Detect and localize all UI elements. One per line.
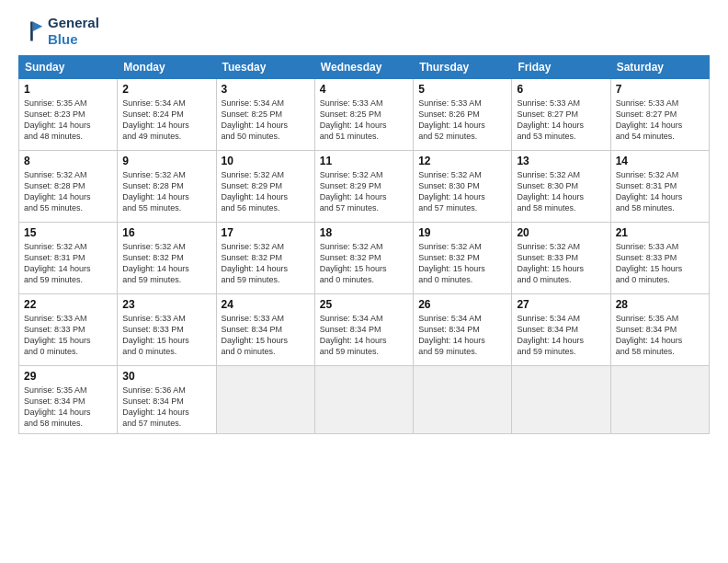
day-info: Sunrise: 5:33 AM Sunset: 8:33 PM Dayligh… [616, 241, 704, 286]
day-info: Sunrise: 5:33 AM Sunset: 8:34 PM Dayligh… [222, 313, 310, 358]
day-cell-9: 9Sunrise: 5:32 AM Sunset: 8:28 PM Daylig… [118, 151, 216, 223]
week-row-4: 22Sunrise: 5:33 AM Sunset: 8:33 PM Dayli… [19, 294, 710, 366]
day-cell-12: 12Sunrise: 5:32 AM Sunset: 8:30 PM Dayli… [414, 151, 512, 223]
calendar-table: SundayMondayTuesdayWednesdayThursdayFrid… [18, 55, 710, 434]
day-info: Sunrise: 5:33 AM Sunset: 8:33 PM Dayligh… [24, 313, 112, 358]
day-number: 14 [616, 155, 704, 167]
day-cell-3: 3Sunrise: 5:34 AM Sunset: 8:25 PM Daylig… [216, 79, 314, 151]
day-cell-6: 6Sunrise: 5:33 AM Sunset: 8:27 PM Daylig… [512, 79, 610, 151]
day-info: Sunrise: 5:34 AM Sunset: 8:25 PM Dayligh… [222, 98, 310, 143]
day-info: Sunrise: 5:32 AM Sunset: 8:29 PM Dayligh… [222, 169, 310, 214]
day-info: Sunrise: 5:32 AM Sunset: 8:32 PM Dayligh… [320, 241, 408, 286]
day-number: 1 [24, 83, 112, 96]
day-cell-16: 16Sunrise: 5:32 AM Sunset: 8:32 PM Dayli… [118, 223, 216, 294]
day-cell-24: 24Sunrise: 5:33 AM Sunset: 8:34 PM Dayli… [216, 294, 314, 366]
day-number: 11 [320, 155, 408, 167]
day-number: 20 [517, 226, 605, 239]
day-cell-25: 25Sunrise: 5:34 AM Sunset: 8:34 PM Dayli… [314, 294, 413, 366]
day-cell-7: 7Sunrise: 5:33 AM Sunset: 8:27 PM Daylig… [610, 79, 709, 151]
day-info: Sunrise: 5:35 AM Sunset: 8:23 PM Dayligh… [24, 98, 112, 143]
day-number: 24 [222, 298, 310, 311]
day-cell-21: 21Sunrise: 5:33 AM Sunset: 8:33 PM Dayli… [610, 223, 709, 294]
day-info: Sunrise: 5:33 AM Sunset: 8:27 PM Dayligh… [616, 98, 704, 143]
day-info: Sunrise: 5:32 AM Sunset: 8:29 PM Dayligh… [320, 169, 408, 214]
day-cell-2: 2Sunrise: 5:34 AM Sunset: 8:24 PM Daylig… [118, 79, 216, 151]
day-cell-28: 28Sunrise: 5:35 AM Sunset: 8:34 PM Dayli… [610, 294, 709, 366]
day-number: 25 [320, 298, 408, 311]
day-cell-14: 14Sunrise: 5:32 AM Sunset: 8:31 PM Dayli… [610, 151, 709, 223]
empty-cell [414, 366, 512, 434]
col-header-friday: Friday [512, 56, 610, 79]
col-header-saturday: Saturday [610, 56, 709, 79]
day-number: 7 [616, 83, 704, 96]
day-info: Sunrise: 5:32 AM Sunset: 8:30 PM Dayligh… [517, 169, 605, 214]
day-number: 15 [24, 226, 112, 239]
col-header-thursday: Thursday [414, 56, 512, 79]
day-cell-26: 26Sunrise: 5:34 AM Sunset: 8:34 PM Dayli… [414, 294, 512, 366]
day-info: Sunrise: 5:33 AM Sunset: 8:33 PM Dayligh… [122, 313, 210, 358]
page: General Blue SundayMondayTuesdayWednesda… [0, 0, 728, 563]
empty-cell [216, 366, 314, 434]
day-cell-23: 23Sunrise: 5:33 AM Sunset: 8:33 PM Dayli… [118, 294, 216, 366]
day-cell-19: 19Sunrise: 5:32 AM Sunset: 8:32 PM Dayli… [414, 223, 512, 294]
col-header-wednesday: Wednesday [314, 56, 413, 79]
empty-cell [610, 366, 709, 434]
week-row-1: 1Sunrise: 5:35 AM Sunset: 8:23 PM Daylig… [19, 79, 710, 151]
day-info: Sunrise: 5:36 AM Sunset: 8:34 PM Dayligh… [122, 385, 210, 430]
day-info: Sunrise: 5:35 AM Sunset: 8:34 PM Dayligh… [24, 385, 112, 430]
day-info: Sunrise: 5:34 AM Sunset: 8:34 PM Dayligh… [418, 313, 506, 358]
day-number: 28 [616, 298, 704, 311]
day-info: Sunrise: 5:34 AM Sunset: 8:34 PM Dayligh… [320, 313, 408, 358]
day-info: Sunrise: 5:32 AM Sunset: 8:32 PM Dayligh… [222, 241, 310, 286]
day-info: Sunrise: 5:32 AM Sunset: 8:32 PM Dayligh… [122, 241, 210, 286]
day-cell-1: 1Sunrise: 5:35 AM Sunset: 8:23 PM Daylig… [19, 79, 118, 151]
day-info: Sunrise: 5:33 AM Sunset: 8:26 PM Dayligh… [418, 98, 506, 143]
day-cell-18: 18Sunrise: 5:32 AM Sunset: 8:32 PM Dayli… [314, 223, 413, 294]
empty-cell [512, 366, 610, 434]
day-cell-8: 8Sunrise: 5:32 AM Sunset: 8:28 PM Daylig… [19, 151, 118, 223]
day-cell-4: 4Sunrise: 5:33 AM Sunset: 8:25 PM Daylig… [314, 79, 413, 151]
day-cell-13: 13Sunrise: 5:32 AM Sunset: 8:30 PM Dayli… [512, 151, 610, 223]
svg-rect-2 [30, 22, 33, 41]
day-number: 18 [320, 226, 408, 239]
day-cell-17: 17Sunrise: 5:32 AM Sunset: 8:32 PM Dayli… [216, 223, 314, 294]
day-cell-15: 15Sunrise: 5:32 AM Sunset: 8:31 PM Dayli… [19, 223, 118, 294]
week-row-5: 29Sunrise: 5:35 AM Sunset: 8:34 PM Dayli… [19, 366, 710, 434]
day-info: Sunrise: 5:32 AM Sunset: 8:31 PM Dayligh… [24, 241, 112, 286]
day-number: 27 [517, 298, 605, 311]
header: General Blue [18, 15, 710, 48]
day-number: 29 [24, 370, 112, 383]
day-info: Sunrise: 5:32 AM Sunset: 8:28 PM Dayligh… [122, 169, 210, 214]
day-number: 23 [122, 298, 210, 311]
day-info: Sunrise: 5:33 AM Sunset: 8:27 PM Dayligh… [517, 98, 605, 143]
col-header-sunday: Sunday [19, 56, 118, 79]
day-number: 26 [418, 298, 506, 311]
day-number: 5 [418, 83, 506, 96]
day-cell-20: 20Sunrise: 5:32 AM Sunset: 8:33 PM Dayli… [512, 223, 610, 294]
day-info: Sunrise: 5:32 AM Sunset: 8:28 PM Dayligh… [24, 169, 112, 214]
day-cell-22: 22Sunrise: 5:33 AM Sunset: 8:33 PM Dayli… [19, 294, 118, 366]
day-cell-27: 27Sunrise: 5:34 AM Sunset: 8:34 PM Dayli… [512, 294, 610, 366]
day-info: Sunrise: 5:32 AM Sunset: 8:30 PM Dayligh… [418, 169, 506, 214]
day-cell-30: 30Sunrise: 5:36 AM Sunset: 8:34 PM Dayli… [118, 366, 216, 434]
col-header-tuesday: Tuesday [216, 56, 314, 79]
day-cell-29: 29Sunrise: 5:35 AM Sunset: 8:34 PM Dayli… [19, 366, 118, 434]
day-info: Sunrise: 5:35 AM Sunset: 8:34 PM Dayligh… [616, 313, 704, 358]
day-number: 10 [222, 155, 310, 167]
day-number: 6 [517, 83, 605, 96]
day-cell-5: 5Sunrise: 5:33 AM Sunset: 8:26 PM Daylig… [414, 79, 512, 151]
day-number: 17 [222, 226, 310, 239]
week-row-2: 8Sunrise: 5:32 AM Sunset: 8:28 PM Daylig… [19, 151, 710, 223]
logo: General Blue [18, 15, 99, 48]
day-info: Sunrise: 5:32 AM Sunset: 8:31 PM Dayligh… [616, 169, 704, 214]
day-number: 22 [24, 298, 112, 311]
day-number: 13 [517, 155, 605, 167]
empty-cell [314, 366, 413, 434]
day-number: 19 [418, 226, 506, 239]
day-number: 21 [616, 226, 704, 239]
day-cell-10: 10Sunrise: 5:32 AM Sunset: 8:29 PM Dayli… [216, 151, 314, 223]
day-info: Sunrise: 5:33 AM Sunset: 8:25 PM Dayligh… [320, 98, 408, 143]
logo-text: General Blue [48, 15, 99, 48]
header-row: SundayMondayTuesdayWednesdayThursdayFrid… [19, 56, 710, 79]
day-cell-11: 11Sunrise: 5:32 AM Sunset: 8:29 PM Dayli… [314, 151, 413, 223]
